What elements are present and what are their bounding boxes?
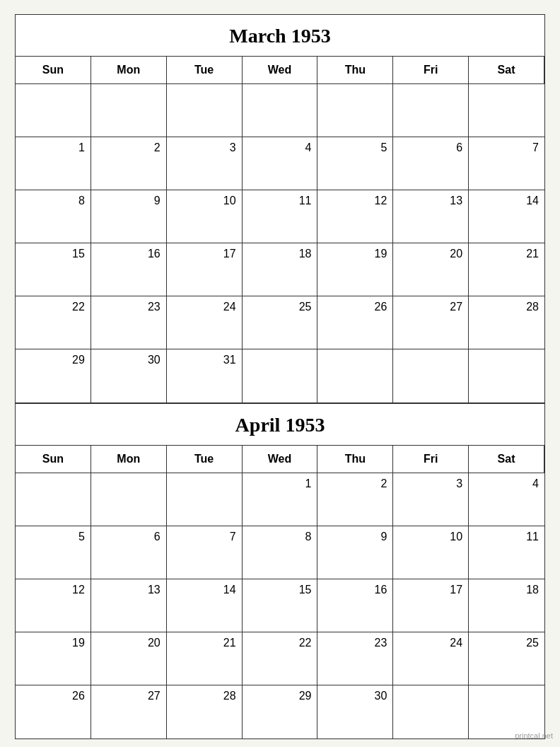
- header-thu: Thu: [317, 446, 393, 473]
- header-tue: Tue: [167, 57, 243, 84]
- day-cell-6: 6: [393, 137, 469, 190]
- day-cell-empty: [393, 84, 469, 137]
- day-cell-9: 9: [317, 526, 393, 579]
- day-cell-22: 22: [243, 632, 318, 685]
- calendar-april-1953: April 1953SunMonTueWedThuFriSat123456789…: [15, 403, 545, 739]
- calendar-grid-april-1953: SunMonTueWedThuFriSat1234567891011121314…: [16, 446, 544, 739]
- day-cell-7: 7: [167, 526, 243, 579]
- day-cell-28: 28: [167, 685, 243, 739]
- day-cell-17: 17: [167, 243, 243, 296]
- day-cell-20: 20: [393, 243, 469, 296]
- calendar-grid-march-1953: SunMonTueWedThuFriSat1234567891011121314…: [16, 57, 544, 403]
- calendar-title-march-1953: March 1953: [16, 15, 544, 57]
- calendar-march-1953: March 1953SunMonTueWedThuFriSat123456789…: [15, 14, 545, 403]
- header-wed: Wed: [243, 446, 318, 473]
- day-cell-10: 10: [167, 190, 243, 243]
- day-cell-25: 25: [469, 632, 544, 685]
- day-cell-10: 10: [393, 526, 469, 579]
- day-cell-23: 23: [91, 296, 167, 349]
- day-cell-empty: [16, 84, 91, 137]
- day-cell-13: 13: [91, 579, 167, 632]
- day-cell-empty: [469, 349, 544, 403]
- day-cell-empty: [393, 349, 469, 403]
- day-cell-4: 4: [243, 137, 318, 190]
- day-cell-13: 13: [393, 190, 469, 243]
- day-cell-29: 29: [243, 685, 318, 739]
- day-cell-empty: [243, 349, 318, 403]
- day-cell-21: 21: [469, 243, 544, 296]
- day-cell-2: 2: [317, 473, 393, 526]
- day-cell-16: 16: [317, 579, 393, 632]
- day-cell-empty: [393, 685, 469, 739]
- day-cell-19: 19: [317, 243, 393, 296]
- day-cell-8: 8: [243, 526, 318, 579]
- day-cell-11: 11: [243, 190, 318, 243]
- day-cell-22: 22: [16, 296, 91, 349]
- day-cell-12: 12: [317, 190, 393, 243]
- day-cell-empty: [16, 473, 91, 526]
- day-cell-18: 18: [243, 243, 318, 296]
- day-cell-empty: [469, 685, 544, 739]
- header-thu: Thu: [317, 57, 393, 84]
- header-tue: Tue: [167, 446, 243, 473]
- watermark: printcal.net: [515, 731, 553, 740]
- day-cell-empty: [317, 84, 393, 137]
- day-cell-19: 19: [16, 632, 91, 685]
- day-cell-30: 30: [317, 685, 393, 739]
- day-cell-empty: [317, 349, 393, 403]
- header-wed: Wed: [243, 57, 318, 84]
- header-mon: Mon: [91, 57, 167, 84]
- day-cell-9: 9: [91, 190, 167, 243]
- header-fri: Fri: [393, 446, 469, 473]
- day-cell-empty: [91, 84, 167, 137]
- day-cell-28: 28: [469, 296, 544, 349]
- day-cell-18: 18: [469, 579, 544, 632]
- day-cell-23: 23: [317, 632, 393, 685]
- day-cell-1: 1: [16, 137, 91, 190]
- day-cell-14: 14: [469, 190, 544, 243]
- day-cell-7: 7: [469, 137, 544, 190]
- day-cell-empty: [469, 84, 544, 137]
- day-cell-2: 2: [91, 137, 167, 190]
- day-cell-5: 5: [16, 526, 91, 579]
- day-cell-empty: [167, 473, 243, 526]
- day-cell-24: 24: [393, 632, 469, 685]
- day-cell-14: 14: [167, 579, 243, 632]
- day-cell-30: 30: [91, 349, 167, 403]
- header-sun: Sun: [16, 57, 91, 84]
- day-cell-29: 29: [16, 349, 91, 403]
- day-cell-11: 11: [469, 526, 544, 579]
- header-sun: Sun: [16, 446, 91, 473]
- day-cell-27: 27: [393, 296, 469, 349]
- day-cell-5: 5: [317, 137, 393, 190]
- day-cell-3: 3: [167, 137, 243, 190]
- day-cell-empty: [243, 84, 318, 137]
- day-cell-16: 16: [91, 243, 167, 296]
- day-cell-4: 4: [469, 473, 544, 526]
- day-cell-12: 12: [16, 579, 91, 632]
- calendar-title-april-1953: April 1953: [16, 404, 544, 446]
- day-cell-15: 15: [243, 579, 318, 632]
- day-cell-8: 8: [16, 190, 91, 243]
- day-cell-6: 6: [91, 526, 167, 579]
- day-cell-15: 15: [16, 243, 91, 296]
- day-cell-empty: [91, 473, 167, 526]
- day-cell-20: 20: [91, 632, 167, 685]
- day-cell-27: 27: [91, 685, 167, 739]
- header-fri: Fri: [393, 57, 469, 84]
- header-sat: Sat: [469, 446, 544, 473]
- day-cell-21: 21: [167, 632, 243, 685]
- header-mon: Mon: [91, 446, 167, 473]
- day-cell-26: 26: [317, 296, 393, 349]
- day-cell-24: 24: [167, 296, 243, 349]
- day-cell-3: 3: [393, 473, 469, 526]
- day-cell-31: 31: [167, 349, 243, 403]
- day-cell-25: 25: [243, 296, 318, 349]
- header-sat: Sat: [469, 57, 544, 84]
- day-cell-17: 17: [393, 579, 469, 632]
- day-cell-empty: [167, 84, 243, 137]
- day-cell-26: 26: [16, 685, 91, 739]
- day-cell-1: 1: [243, 473, 318, 526]
